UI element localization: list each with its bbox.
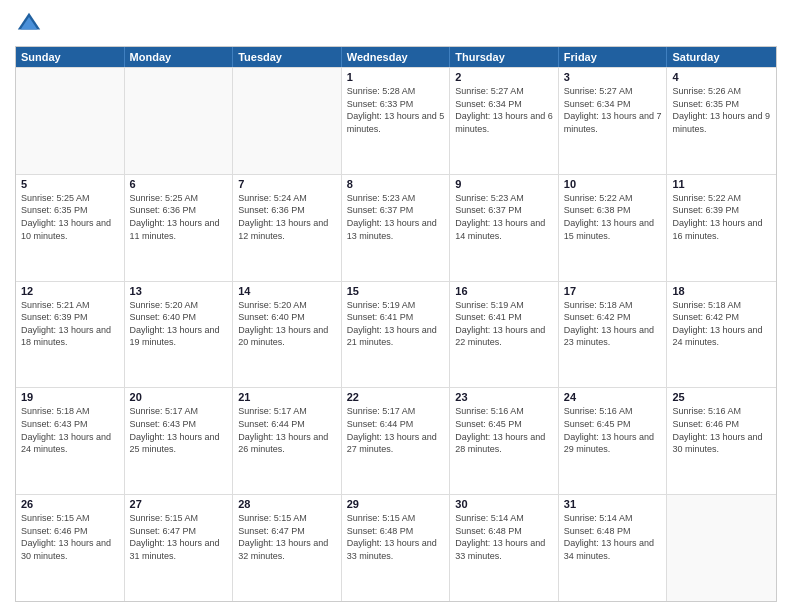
day-info: Sunrise: 5:23 AMSunset: 6:37 PMDaylight:…	[347, 192, 445, 242]
day-number: 14	[238, 285, 336, 297]
day-number: 5	[21, 178, 119, 190]
day-number: 2	[455, 71, 553, 83]
calendar: SundayMondayTuesdayWednesdayThursdayFrid…	[15, 46, 777, 602]
day-info: Sunrise: 5:26 AMSunset: 6:35 PMDaylight:…	[672, 85, 771, 135]
day-number: 29	[347, 498, 445, 510]
empty-cell	[667, 495, 776, 601]
week-row-5: 26Sunrise: 5:15 AMSunset: 6:46 PMDayligh…	[16, 494, 776, 601]
day-number: 3	[564, 71, 662, 83]
day-info: Sunrise: 5:18 AMSunset: 6:43 PMDaylight:…	[21, 405, 119, 455]
day-cell-2: 2Sunrise: 5:27 AMSunset: 6:34 PMDaylight…	[450, 68, 559, 174]
day-cell-13: 13Sunrise: 5:20 AMSunset: 6:40 PMDayligh…	[125, 282, 234, 388]
day-cell-16: 16Sunrise: 5:19 AMSunset: 6:41 PMDayligh…	[450, 282, 559, 388]
day-cell-24: 24Sunrise: 5:16 AMSunset: 6:45 PMDayligh…	[559, 388, 668, 494]
day-cell-25: 25Sunrise: 5:16 AMSunset: 6:46 PMDayligh…	[667, 388, 776, 494]
day-number: 16	[455, 285, 553, 297]
day-number: 7	[238, 178, 336, 190]
day-number: 26	[21, 498, 119, 510]
day-info: Sunrise: 5:17 AMSunset: 6:44 PMDaylight:…	[347, 405, 445, 455]
day-info: Sunrise: 5:22 AMSunset: 6:39 PMDaylight:…	[672, 192, 771, 242]
day-cell-20: 20Sunrise: 5:17 AMSunset: 6:43 PMDayligh…	[125, 388, 234, 494]
day-cell-30: 30Sunrise: 5:14 AMSunset: 6:48 PMDayligh…	[450, 495, 559, 601]
header	[15, 10, 777, 38]
day-header-monday: Monday	[125, 47, 234, 67]
day-info: Sunrise: 5:17 AMSunset: 6:43 PMDaylight:…	[130, 405, 228, 455]
empty-cell	[233, 68, 342, 174]
day-info: Sunrise: 5:18 AMSunset: 6:42 PMDaylight:…	[564, 299, 662, 349]
day-cell-23: 23Sunrise: 5:16 AMSunset: 6:45 PMDayligh…	[450, 388, 559, 494]
calendar-body: 1Sunrise: 5:28 AMSunset: 6:33 PMDaylight…	[16, 67, 776, 601]
day-cell-1: 1Sunrise: 5:28 AMSunset: 6:33 PMDaylight…	[342, 68, 451, 174]
day-cell-11: 11Sunrise: 5:22 AMSunset: 6:39 PMDayligh…	[667, 175, 776, 281]
day-number: 17	[564, 285, 662, 297]
page: SundayMondayTuesdayWednesdayThursdayFrid…	[0, 0, 792, 612]
day-number: 15	[347, 285, 445, 297]
day-cell-18: 18Sunrise: 5:18 AMSunset: 6:42 PMDayligh…	[667, 282, 776, 388]
day-cell-26: 26Sunrise: 5:15 AMSunset: 6:46 PMDayligh…	[16, 495, 125, 601]
day-cell-9: 9Sunrise: 5:23 AMSunset: 6:37 PMDaylight…	[450, 175, 559, 281]
day-info: Sunrise: 5:27 AMSunset: 6:34 PMDaylight:…	[455, 85, 553, 135]
day-number: 9	[455, 178, 553, 190]
logo	[15, 10, 47, 38]
day-info: Sunrise: 5:15 AMSunset: 6:46 PMDaylight:…	[21, 512, 119, 562]
day-cell-12: 12Sunrise: 5:21 AMSunset: 6:39 PMDayligh…	[16, 282, 125, 388]
day-cell-17: 17Sunrise: 5:18 AMSunset: 6:42 PMDayligh…	[559, 282, 668, 388]
day-number: 28	[238, 498, 336, 510]
day-info: Sunrise: 5:18 AMSunset: 6:42 PMDaylight:…	[672, 299, 771, 349]
day-info: Sunrise: 5:21 AMSunset: 6:39 PMDaylight:…	[21, 299, 119, 349]
day-cell-22: 22Sunrise: 5:17 AMSunset: 6:44 PMDayligh…	[342, 388, 451, 494]
day-number: 12	[21, 285, 119, 297]
day-info: Sunrise: 5:15 AMSunset: 6:48 PMDaylight:…	[347, 512, 445, 562]
empty-cell	[125, 68, 234, 174]
day-number: 1	[347, 71, 445, 83]
day-number: 31	[564, 498, 662, 510]
day-info: Sunrise: 5:19 AMSunset: 6:41 PMDaylight:…	[455, 299, 553, 349]
day-header-sunday: Sunday	[16, 47, 125, 67]
week-row-1: 1Sunrise: 5:28 AMSunset: 6:33 PMDaylight…	[16, 67, 776, 174]
day-info: Sunrise: 5:16 AMSunset: 6:46 PMDaylight:…	[672, 405, 771, 455]
day-cell-29: 29Sunrise: 5:15 AMSunset: 6:48 PMDayligh…	[342, 495, 451, 601]
day-info: Sunrise: 5:16 AMSunset: 6:45 PMDaylight:…	[564, 405, 662, 455]
week-row-3: 12Sunrise: 5:21 AMSunset: 6:39 PMDayligh…	[16, 281, 776, 388]
day-number: 11	[672, 178, 771, 190]
day-number: 27	[130, 498, 228, 510]
day-cell-5: 5Sunrise: 5:25 AMSunset: 6:35 PMDaylight…	[16, 175, 125, 281]
day-info: Sunrise: 5:20 AMSunset: 6:40 PMDaylight:…	[130, 299, 228, 349]
day-header-tuesday: Tuesday	[233, 47, 342, 67]
day-header-wednesday: Wednesday	[342, 47, 451, 67]
day-cell-27: 27Sunrise: 5:15 AMSunset: 6:47 PMDayligh…	[125, 495, 234, 601]
day-number: 22	[347, 391, 445, 403]
day-cell-8: 8Sunrise: 5:23 AMSunset: 6:37 PMDaylight…	[342, 175, 451, 281]
day-info: Sunrise: 5:14 AMSunset: 6:48 PMDaylight:…	[455, 512, 553, 562]
day-info: Sunrise: 5:15 AMSunset: 6:47 PMDaylight:…	[130, 512, 228, 562]
day-cell-4: 4Sunrise: 5:26 AMSunset: 6:35 PMDaylight…	[667, 68, 776, 174]
day-info: Sunrise: 5:23 AMSunset: 6:37 PMDaylight:…	[455, 192, 553, 242]
day-cell-15: 15Sunrise: 5:19 AMSunset: 6:41 PMDayligh…	[342, 282, 451, 388]
day-info: Sunrise: 5:15 AMSunset: 6:47 PMDaylight:…	[238, 512, 336, 562]
calendar-header: SundayMondayTuesdayWednesdayThursdayFrid…	[16, 47, 776, 67]
day-cell-10: 10Sunrise: 5:22 AMSunset: 6:38 PMDayligh…	[559, 175, 668, 281]
day-info: Sunrise: 5:20 AMSunset: 6:40 PMDaylight:…	[238, 299, 336, 349]
day-number: 23	[455, 391, 553, 403]
day-info: Sunrise: 5:25 AMSunset: 6:36 PMDaylight:…	[130, 192, 228, 242]
day-number: 20	[130, 391, 228, 403]
day-number: 8	[347, 178, 445, 190]
day-number: 30	[455, 498, 553, 510]
day-info: Sunrise: 5:25 AMSunset: 6:35 PMDaylight:…	[21, 192, 119, 242]
day-info: Sunrise: 5:14 AMSunset: 6:48 PMDaylight:…	[564, 512, 662, 562]
week-row-4: 19Sunrise: 5:18 AMSunset: 6:43 PMDayligh…	[16, 387, 776, 494]
day-cell-19: 19Sunrise: 5:18 AMSunset: 6:43 PMDayligh…	[16, 388, 125, 494]
day-info: Sunrise: 5:24 AMSunset: 6:36 PMDaylight:…	[238, 192, 336, 242]
week-row-2: 5Sunrise: 5:25 AMSunset: 6:35 PMDaylight…	[16, 174, 776, 281]
day-cell-14: 14Sunrise: 5:20 AMSunset: 6:40 PMDayligh…	[233, 282, 342, 388]
day-number: 18	[672, 285, 771, 297]
day-header-friday: Friday	[559, 47, 668, 67]
day-number: 19	[21, 391, 119, 403]
day-number: 24	[564, 391, 662, 403]
day-number: 25	[672, 391, 771, 403]
day-cell-21: 21Sunrise: 5:17 AMSunset: 6:44 PMDayligh…	[233, 388, 342, 494]
day-info: Sunrise: 5:17 AMSunset: 6:44 PMDaylight:…	[238, 405, 336, 455]
day-info: Sunrise: 5:19 AMSunset: 6:41 PMDaylight:…	[347, 299, 445, 349]
day-info: Sunrise: 5:27 AMSunset: 6:34 PMDaylight:…	[564, 85, 662, 135]
day-cell-28: 28Sunrise: 5:15 AMSunset: 6:47 PMDayligh…	[233, 495, 342, 601]
